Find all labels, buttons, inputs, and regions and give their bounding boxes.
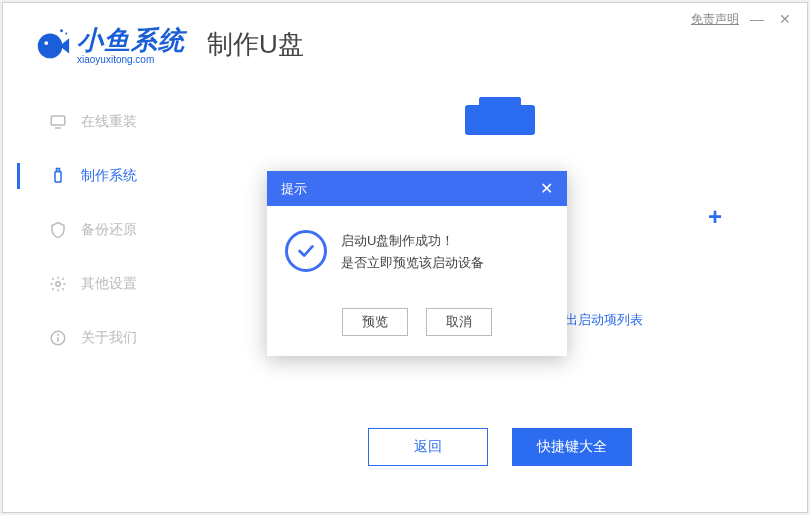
dialog: 提示 ✕ 启动U盘制作成功！ 是否立即预览该启动设备 预览 取消 [267,171,567,356]
dialog-line1: 启动U盘制作成功！ [341,233,454,248]
dialog-close-button[interactable]: ✕ [540,179,553,198]
success-check-icon [285,230,327,272]
dialog-message: 启动U盘制作成功！ 是否立即预览该启动设备 [341,230,484,274]
dialog-footer: 预览 取消 [267,294,567,356]
dialog-body: 启动U盘制作成功！ 是否立即预览该启动设备 [267,206,567,294]
dialog-line2: 是否立即预览该启动设备 [341,255,484,270]
dialog-title: 提示 [281,180,307,198]
modal-overlay: 提示 ✕ 启动U盘制作成功！ 是否立即预览该启动设备 预览 取消 [3,3,807,512]
cancel-button[interactable]: 取消 [426,308,492,336]
dialog-header: 提示 ✕ [267,171,567,206]
preview-button[interactable]: 预览 [342,308,408,336]
app-window: 免责声明 — ✕ 小鱼系统 xiaoyuxitong.com 制作U盘 [2,2,808,513]
